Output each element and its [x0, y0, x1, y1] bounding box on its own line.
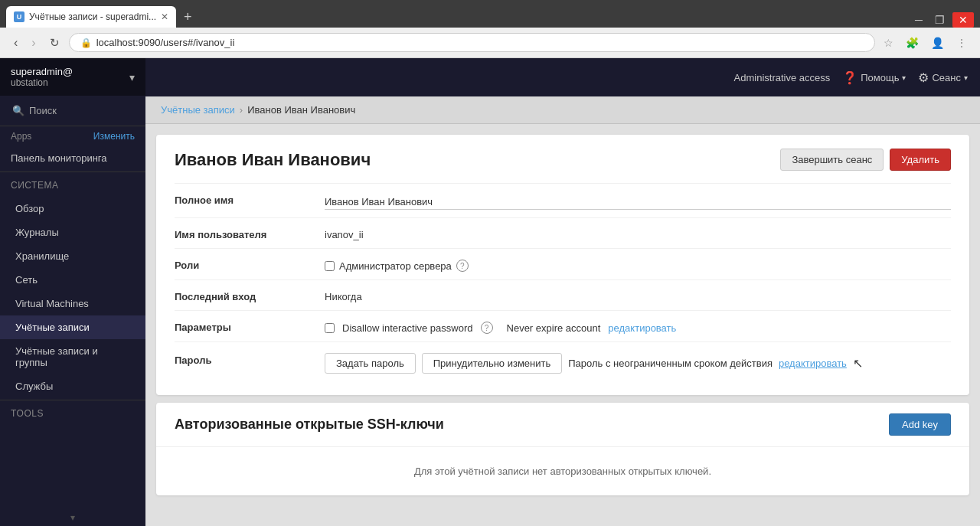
search-label: Поиск: [29, 105, 57, 116]
sidebar-item-vms[interactable]: Virtual Machines: [0, 292, 145, 315]
sidebar-user-info: superadmin@ ubstation: [11, 66, 73, 88]
search-icon: 🔍: [12, 105, 24, 116]
sidebar-item-overview[interactable]: Обзор: [0, 197, 145, 221]
storage-label: Хранилище: [15, 250, 69, 262]
sidebar-item-services[interactable]: Службы: [0, 374, 145, 398]
last-login-row: Последний вход Никогда: [175, 279, 951, 310]
session-chevron-icon: ▾: [964, 74, 968, 82]
sidebar-item-system[interactable]: Система: [0, 174, 145, 197]
system-label: Система: [11, 180, 58, 191]
tools-label: Tools: [11, 408, 44, 419]
sidebar: superadmin@ ubstation ▾ 🔍 Поиск Apps Изм…: [0, 58, 145, 526]
sidebar-item-storage[interactable]: Хранилище: [0, 244, 145, 268]
delete-button[interactable]: Удалить: [890, 149, 951, 171]
disallow-password-checkbox[interactable]: [325, 323, 335, 333]
sidebar-item-accounts[interactable]: Учётные записи: [0, 315, 145, 339]
bookmark-star-icon[interactable]: ☆: [880, 34, 897, 52]
roles-label: Роли: [175, 256, 312, 271]
sidebar-search-button[interactable]: 🔍 Поиск: [8, 102, 138, 119]
topbar-help-button[interactable]: ❓ Помощь ▾: [842, 70, 906, 85]
settings-gear-icon: ⚙: [918, 70, 929, 85]
breadcrumb-current: Иванов Иван Иванович: [247, 104, 355, 116]
network-label: Сеть: [15, 274, 38, 286]
params-row: Параметры Disallow interactive password …: [175, 310, 951, 341]
sidebar-item-logs[interactable]: Журналы: [0, 221, 145, 244]
force-change-button[interactable]: Принудительно изменить: [422, 353, 562, 374]
user-title: Иванов Иван Иванович: [175, 150, 371, 170]
never-expire-label: Never expire account: [507, 322, 601, 334]
ssh-empty-message: Для этой учётной записи нет авторизованн…: [414, 466, 711, 477]
session-label: Сеанс: [932, 72, 961, 83]
forward-button[interactable]: ›: [27, 33, 40, 53]
username-row: Имя пользователя ivanov_ii: [175, 217, 951, 248]
ssh-card-title: Авторизованные открытые SSH-ключи: [175, 417, 444, 433]
params-label: Параметры: [175, 319, 312, 333]
new-tab-button[interactable]: +: [179, 6, 197, 28]
ssh-card-body: Для этой учётной записи нет авторизованн…: [156, 447, 969, 495]
browser-tab[interactable]: U Учётные записи - superadmi... ✕: [6, 6, 176, 28]
sidebar-scroll-down[interactable]: ▾: [0, 509, 145, 526]
extensions-icon[interactable]: 🧩: [902, 34, 923, 52]
address-bar[interactable]: 🔒 localhost:9090/users#/ivanov_ii: [69, 33, 875, 52]
browser-chrome: U Учётные записи - superadmi... ✕ + ─ ❐ …: [0, 0, 980, 28]
breadcrumb-parent-link[interactable]: Учётные записи: [161, 104, 235, 116]
right-column: Administrative access ❓ Помощь ▾ ⚙ Сеанс…: [145, 58, 980, 526]
roles-help-icon[interactable]: ?: [456, 260, 469, 272]
params-edit-link[interactable]: редактировать: [608, 322, 676, 334]
card-header-actions: Завершить сеанс Удалить: [780, 149, 951, 171]
roles-row: Роли Администратор сервера ?: [175, 248, 951, 279]
full-name-input[interactable]: [325, 194, 951, 210]
address-text: localhost:9090/users#/ivanov_ii: [96, 37, 235, 48]
address-lock-icon: 🔒: [80, 38, 92, 48]
profile-icon[interactable]: 👤: [927, 34, 948, 52]
username-label: Имя пользователя: [175, 226, 312, 240]
set-password-button[interactable]: Задать пароль: [325, 353, 416, 374]
browser-navbar: ‹ › ↻ 🔒 localhost:9090/users#/ivanov_ii …: [0, 28, 980, 58]
sidebar-item-tools[interactable]: Tools: [0, 402, 145, 425]
server-admin-checkbox[interactable]: [325, 261, 335, 271]
password-edit-link[interactable]: редактировать: [779, 358, 847, 369]
back-button[interactable]: ‹: [9, 33, 22, 53]
topbar: Administrative access ❓ Помощь ▾ ⚙ Сеанс…: [145, 58, 980, 96]
close-button[interactable]: ✕: [952, 12, 974, 28]
overview-label: Обзор: [15, 203, 44, 214]
tab-favicon: U: [14, 11, 24, 22]
sidebar-item-accounts-groups[interactable]: Учётные записи и группы: [0, 339, 145, 374]
app-layout: superadmin@ ubstation ▾ 🔍 Поиск Apps Изм…: [0, 58, 980, 526]
refresh-button[interactable]: ↻: [45, 33, 64, 53]
password-status: Пароль с неограниченным сроком действия: [568, 358, 773, 369]
breadcrumb-separator: ›: [240, 104, 243, 116]
params-help-icon[interactable]: ?: [481, 322, 493, 334]
topbar-session-button[interactable]: ⚙ Сеанс ▾: [918, 70, 968, 85]
menu-icon[interactable]: ⋮: [952, 34, 971, 52]
topbar-admin-label: Administrative access: [734, 72, 831, 83]
sidebar-item-network[interactable]: Сеть: [0, 268, 145, 292]
sidebar-apps-section: Apps Изменить: [0, 126, 145, 146]
sidebar-header: superadmin@ ubstation ▾: [0, 58, 145, 96]
ssh-card: Авторизованные открытые SSH-ключи Add ke…: [156, 403, 969, 495]
server-admin-label: Администратор сервера: [339, 260, 452, 272]
tab-title: Учётные записи - superadmi...: [29, 11, 156, 22]
end-session-button[interactable]: Завершить сеанс: [780, 149, 884, 171]
sidebar-chevron-icon[interactable]: ▾: [129, 71, 135, 83]
params-value: Disallow interactive password ? Never ex…: [325, 319, 951, 334]
password-row: Пароль Задать пароль Принудительно измен…: [175, 341, 951, 381]
password-label: Пароль: [175, 350, 312, 366]
last-login-label: Последний вход: [175, 288, 312, 302]
roles-value: Администратор сервера ?: [325, 256, 951, 272]
main-content: Учётные записи › Иванов Иван Иванович Ив…: [145, 96, 980, 526]
minimize-button[interactable]: ─: [910, 12, 927, 28]
apps-change-link[interactable]: Изменить: [93, 131, 135, 142]
disallow-password-label: Disallow interactive password: [342, 322, 473, 334]
ssh-card-header: Авторизованные открытые SSH-ключи Add ke…: [156, 403, 969, 447]
full-name-row: Полное имя: [175, 183, 951, 217]
add-key-button[interactable]: Add key: [889, 413, 951, 436]
tab-close-icon[interactable]: ✕: [161, 11, 168, 22]
full-name-value[interactable]: [325, 191, 951, 210]
help-label: Помощь: [861, 72, 899, 83]
sidebar-item-dashboard[interactable]: Панель мониторинга: [0, 146, 145, 170]
maximize-button[interactable]: ❐: [930, 12, 949, 28]
card-header: Иванов Иван Иванович Завершить сеанс Уда…: [175, 149, 951, 171]
user-card: Иванов Иван Иванович Завершить сеанс Уда…: [156, 135, 969, 395]
sidebar-hostname: ubstation: [11, 77, 73, 88]
